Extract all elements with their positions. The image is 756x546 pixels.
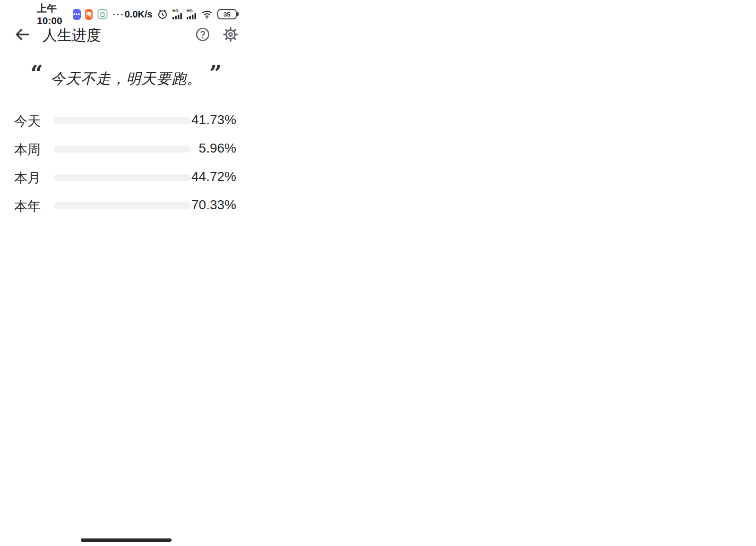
signal-icon: HD [172,9,182,19]
progress-percent: 44.72% [175,169,236,184]
chat-app-icon: ••• [73,9,80,20]
taobao-app-icon: 淘 [85,9,93,20]
progress-track [54,202,191,209]
progress-track [54,145,191,153]
back-arrow-icon[interactable] [13,26,31,43]
net-speed: 0.0K/s [125,9,153,20]
screenshot-stage: 上午10:00 ••• 淘 ··· 2.3K/s HD HD 35 [0,0,756,546]
progress-label: 本月 [14,169,41,187]
progress-track [54,117,191,124]
quote-text: 今天不走，明天要跑。 [43,62,209,89]
open-quote-mark: “ [31,62,43,84]
status-time: 上午10:00 [37,2,69,26]
gear-icon[interactable] [222,26,239,43]
status-more-dots: ··· [112,9,125,20]
wifi-icon [201,9,213,19]
progress-percent: 5.96% [175,141,236,156]
close-quote-mark: ” [209,62,222,84]
progress-label: 本周 [14,141,41,159]
progress-label: 今天 [14,112,41,130]
home-app-icon [97,9,108,20]
home-indicator[interactable] [81,538,172,542]
help-icon[interactable] [195,26,211,43]
signal-icon-2: HD [187,9,197,19]
screen-life-progress: 上午10:00 ••• 淘 ··· 0.0K/s HD HD 35 人生进度 “… [0,0,252,546]
status-bar: 上午10:00 ••• 淘 ··· 0.0K/s HD HD 35 [0,5,252,24]
progress-track [54,174,191,181]
progress-percent: 70.33% [175,197,236,213]
battery-icon: 35 [217,9,237,19]
daily-quote: “ 今天不走，明天要跑。 ” [0,62,252,89]
page-title: 人生进度 [43,26,101,45]
alarm-icon [157,9,168,20]
progress-label: 本年 [14,197,41,215]
progress-percent: 41.73% [175,112,236,128]
